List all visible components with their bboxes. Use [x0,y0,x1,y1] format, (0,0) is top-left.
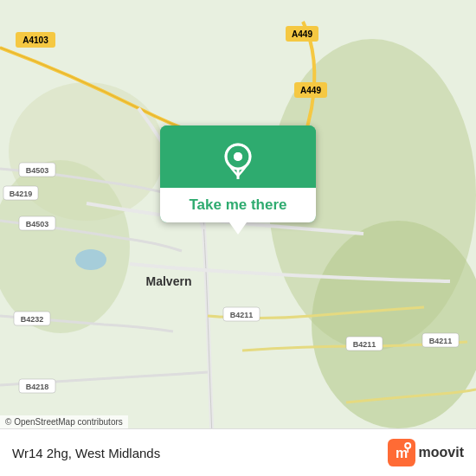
map-container: A4103 A449 A449 B4503 B4503 B4219 B4232 … [0,0,476,476]
svg-text:A449: A449 [300,86,321,95]
svg-text:B4503: B4503 [26,166,49,175]
svg-text:B4218: B4218 [26,383,49,391]
svg-text:B4232: B4232 [21,315,44,324]
cta-tooltip-arrow [229,222,247,235]
svg-text:B4211: B4211 [353,340,376,349]
cta-label: Take me there [160,188,316,222]
svg-text:B4503: B4503 [26,220,49,228]
svg-text:A4103: A4103 [23,35,48,45]
map-background: A4103 A449 A449 B4503 B4503 B4219 B4232 … [0,0,476,476]
svg-text:B4211: B4211 [230,311,254,319]
svg-text:B4219: B4219 [10,190,33,198]
attribution-text: © OpenStreetMap contributors [5,417,123,427]
svg-text:Malvern: Malvern [146,274,192,288]
cta-button-container: Take me there [160,125,316,235]
take-me-there-button[interactable]: Take me there [160,125,316,222]
location-label: Wr14 2hg, West Midlands [12,446,160,460]
svg-point-31 [234,152,242,161]
moovit-logo-icon: m [388,439,415,466]
svg-text:A449: A449 [292,29,312,39]
svg-text:B4211: B4211 [429,337,453,345]
cta-icon-area [160,125,316,188]
location-pin-icon [219,141,257,179]
svg-point-35 [406,444,409,447]
bottom-bar: Wr14 2hg, West Midlands m moovit [0,428,476,476]
svg-point-5 [75,249,106,270]
map-attribution: © OpenStreetMap contributors [0,415,128,428]
moovit-logo[interactable]: m moovit [388,439,464,466]
moovit-brand-text: moovit [419,445,464,460]
